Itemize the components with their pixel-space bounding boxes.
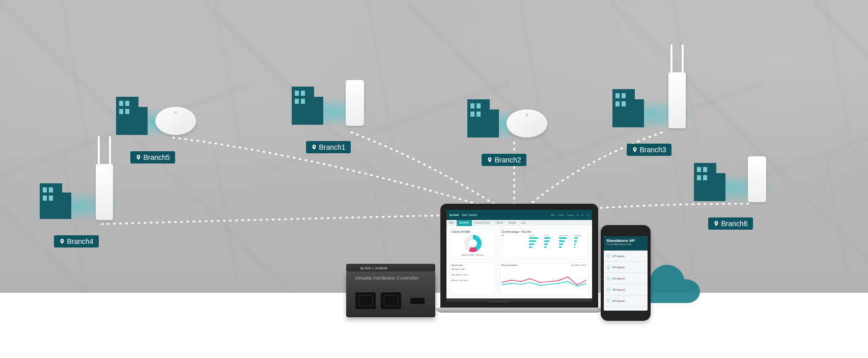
branch-label-text: Branch6 <box>721 219 747 228</box>
refresh-icon[interactable]: ⟳ <box>577 214 578 216</box>
gear-icon[interactable]: ⚙ <box>581 214 583 216</box>
svg-rect-13 <box>308 97 323 125</box>
list-item[interactable]: ⌔AP Name1› <box>604 251 648 262</box>
branch-label-text: Branch2 <box>494 156 521 164</box>
branch-3: Branch3 <box>608 76 690 156</box>
svg-rect-23 <box>477 112 481 117</box>
ap-name: AP Name5 <box>612 299 625 302</box>
table-row: — <box>501 246 527 249</box>
list-item[interactable]: ⌔AP Name5› <box>604 295 648 307</box>
footer-tab-wireless-settings[interactable]: Wireless Settings <box>487 301 509 306</box>
svg-rect-21 <box>477 103 481 108</box>
col-header: Clients <box>529 234 542 237</box>
svg-rect-32 <box>697 167 701 172</box>
wifi-icon: ⌔ <box>606 254 611 259</box>
chevron-right-icon: › <box>645 299 646 302</box>
svg-rect-7 <box>132 107 148 135</box>
svg-rect-26 <box>615 93 620 98</box>
svg-point-37 <box>520 281 521 282</box>
wifi-icon: ⌔ <box>606 276 611 281</box>
dashboard-header: tp-link Sites: Default APs Clients Guest… <box>446 210 592 220</box>
laptop-device: tp-link Sites: Default APs Clients Guest… <box>435 204 603 313</box>
branch-2: Branch2 <box>463 87 545 166</box>
footer-tab-system[interactable]: System <box>538 301 551 306</box>
tab-insight[interactable]: Insight <box>506 220 518 226</box>
list-item[interactable]: ⌔AP Name3› <box>604 273 648 284</box>
svg-rect-11 <box>125 109 129 114</box>
site-selector[interactable]: Sites: Default <box>462 213 477 216</box>
svg-rect-27 <box>622 93 626 98</box>
legend-b: Guest <box>479 254 484 256</box>
svg-rect-3 <box>49 187 53 192</box>
branch-6: Branch6 <box>690 150 771 230</box>
laptop-base <box>435 308 603 313</box>
footer-tab-wireless-control[interactable]: Wireless Control <box>513 301 534 306</box>
svg-rect-5 <box>49 196 53 201</box>
table-row: — <box>501 240 527 243</box>
legend-client: Client <box>581 264 586 266</box>
pin-icon <box>632 147 638 153</box>
nav-guests[interactable]: Guests <box>567 214 574 216</box>
wifi-icon: ⌔ <box>606 265 611 270</box>
svg-point-38 <box>539 282 540 283</box>
list-item[interactable]: ⌔AP Name2› <box>604 262 648 273</box>
branch-label: Branch2 <box>482 154 526 166</box>
svg-rect-25 <box>629 99 644 127</box>
branch-1: Branch1 <box>288 74 369 153</box>
ethernet-port-icon <box>381 292 401 309</box>
pin-icon <box>713 221 719 227</box>
svg-rect-33 <box>703 167 707 172</box>
brand-logo: tp-link <box>450 213 459 216</box>
svg-rect-29 <box>622 101 626 106</box>
tab-access-points[interactable]: Access Points <box>472 220 493 226</box>
svg-rect-22 <box>470 112 474 117</box>
dashboard-footer: Wireless Settings Wireless Control Syste… <box>446 298 592 308</box>
ap-ceiling <box>155 107 196 135</box>
svg-rect-19 <box>484 109 499 137</box>
table-row: — <box>501 243 527 246</box>
activities-card: Recent Activities ■ Traffic ■ Client <box>499 262 589 296</box>
donut-chart <box>464 235 482 252</box>
branch-label-text: Branch4 <box>67 237 93 245</box>
svg-rect-35 <box>703 175 707 180</box>
quicklook-card: Quick Look Most Active AP Most Active Cl… <box>450 262 496 296</box>
chevron-right-icon: › <box>645 277 646 280</box>
svg-rect-16 <box>295 99 299 104</box>
pin-icon <box>311 144 317 150</box>
legend-traffic: Traffic <box>573 264 579 266</box>
card-title: Clients Of SSID <box>452 230 494 233</box>
card-title: Quick Look <box>452 264 494 266</box>
tab-clients[interactable]: Clients <box>493 220 506 226</box>
list-item[interactable]: ⌔AP Name4› <box>604 284 648 295</box>
svg-point-40 <box>576 284 577 285</box>
nav-clients[interactable]: Clients <box>558 214 564 216</box>
table-row: — <box>501 237 527 240</box>
device-label: Omada Hardware Controller <box>355 276 419 281</box>
pin-icon <box>59 238 65 244</box>
branch-label: Branch5 <box>130 151 175 163</box>
building-icon <box>288 74 328 130</box>
svg-rect-34 <box>697 175 701 180</box>
tab-statistics[interactable]: Statistics <box>457 220 472 226</box>
building-icon <box>463 87 504 143</box>
dashboard-screen: tp-link Sites: Default APs Clients Guest… <box>440 204 598 308</box>
user-icon[interactable]: 👤 <box>586 214 589 216</box>
col-header: Traffic <box>544 234 557 237</box>
usb-port-icon <box>410 298 425 304</box>
ql-row: All-time Top Client <box>452 279 494 282</box>
ap-name: AP Name1 <box>612 255 625 258</box>
col-header: AP <box>501 234 527 237</box>
chevron-right-icon: › <box>645 255 646 258</box>
ap-outdoor <box>346 80 364 126</box>
branch-5: Branch5 <box>112 84 193 163</box>
ap-outdoor <box>748 156 766 202</box>
tab-log[interactable]: Log <box>518 220 527 226</box>
ap-ceiling <box>507 109 547 137</box>
building-icon <box>690 150 731 206</box>
branch-label: Branch6 <box>708 217 752 230</box>
svg-rect-10 <box>119 109 123 114</box>
ap-name: AP Name3 <box>612 277 625 280</box>
nav-aps[interactable]: APs <box>551 214 555 216</box>
tab-map[interactable]: Map <box>446 220 457 226</box>
ap-name: AP Name2 <box>612 266 625 269</box>
